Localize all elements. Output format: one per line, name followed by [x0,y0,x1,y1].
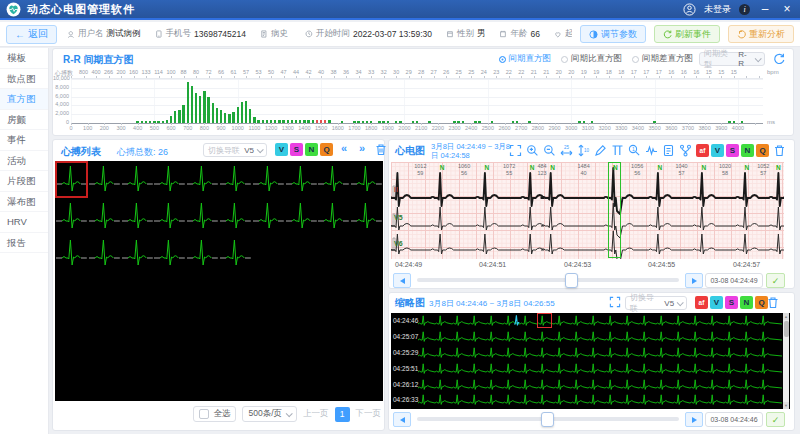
info-icon[interactable]: i [739,4,750,15]
waveform-icon[interactable] [645,144,658,157]
fullscreen-icon[interactable] [509,144,522,157]
thumbnail-row[interactable]: 04:25:51 [391,360,790,376]
prev-page-chevrons-icon[interactable]: « [341,142,347,154]
beat-template-cell[interactable] [55,235,88,272]
paper-speed-icon[interactable]: 25 [560,144,573,157]
ecg-strip[interactable]: 101259N106056N107255N484123N148440N10565… [391,162,784,259]
close-button[interactable]: × [780,2,794,16]
radio-interval-histogram[interactable]: 间期直方图 [499,53,552,65]
scroll-down-icon[interactable]: ▼ [783,402,789,409]
page-size-select[interactable]: 500条/页 [242,406,297,422]
beat-template-cell[interactable] [88,198,121,235]
beat-template-cell[interactable] [285,198,318,235]
beat-class-button-N[interactable]: N [740,296,753,309]
thumbnail-step-forward-button[interactable] [685,412,703,427]
beat-template-cell[interactable] [153,235,186,272]
ecg-step-back-button[interactable] [393,273,411,288]
login-status[interactable]: 未登录 [704,3,731,16]
thumbnail-datetime-box[interactable]: 03-08 04:24:46 [705,412,763,427]
thumbnail-strips[interactable]: 04:24:4604:25:0704:25:2904:25:5104:26:12… [391,313,790,409]
thumbnail-slider-handle[interactable] [541,412,554,427]
beat-class-button-S[interactable]: S [290,143,303,156]
beat-template-cell[interactable] [186,161,219,198]
beat-class-button-af[interactable]: af [695,296,708,309]
interval-type-select[interactable]: 间期类型 R-R [699,52,765,66]
beat-delete-trash-icon[interactable] [375,143,387,156]
beat-class-button-V[interactable]: V [710,296,723,309]
split-branch-icon[interactable] [679,144,692,157]
back-button[interactable]: ← 返回 [6,25,57,44]
beat-class-button-N[interactable]: N [305,143,318,156]
thumbnail-fullscreen-icon[interactable] [609,296,621,308]
beat-template-cell[interactable] [88,235,121,272]
next-page-button[interactable]: 下一页 [356,408,382,420]
beat-template-cell[interactable] [252,161,285,198]
next-page-chevrons-icon[interactable]: » [359,142,365,154]
beat-class-button-Q[interactable]: Q [756,144,769,157]
beat-class-button-Q[interactable]: Q [320,143,333,156]
gain-icon[interactable]: 10 [577,144,590,157]
thumbnail-row[interactable]: 04:26:12 [391,376,790,392]
beat-template-cell[interactable] [121,198,154,235]
radio-interval-diff-histogram[interactable]: 间期差直方图 [632,53,693,65]
thumbnail-confirm-button[interactable]: ✓ [766,412,785,427]
thumbnail-step-back-button[interactable] [393,412,411,427]
caliper-icon[interactable] [611,144,624,157]
sidebar-item-事件[interactable]: 事件 [0,130,48,151]
beat-template-cell[interactable] [317,161,350,198]
beat-class-button-N[interactable]: N [741,144,754,157]
current-page-button[interactable]: 1 [335,407,350,422]
ecg-step-forward-button[interactable] [685,273,703,288]
ecg-slider-handle[interactable] [565,273,578,288]
ecg-slider-track[interactable] [417,278,679,282]
sidebar-item-直方图[interactable]: 直方图 [0,89,48,110]
beat-list-lead-select[interactable]: 切换导联 V5 [203,143,267,157]
refresh-events-button[interactable]: 刷新事件 [654,25,720,43]
beat-template-cell[interactable] [88,161,121,198]
beat-template-cell[interactable] [121,235,154,272]
beat-class-button-S[interactable]: S [725,296,738,309]
histogram-plot[interactable] [71,78,763,124]
beat-template-cell[interactable] [350,198,383,235]
report-icon[interactable] [662,144,675,157]
thumbnail-row[interactable]: 04:26:33 [391,392,790,408]
beat-template-cell[interactable] [121,161,154,198]
sidebar-item-房颤[interactable]: 房颤 [0,110,48,131]
beat-template-cell[interactable] [219,161,252,198]
beat-template-cell[interactable] [252,198,285,235]
scroll-up-icon[interactable]: ▲ [783,313,789,320]
sidebar-item-瀑布图[interactable]: 瀑布图 [0,192,48,213]
select-all-checkbox[interactable]: 全选 [193,406,236,422]
scrollbar-thumb[interactable] [784,321,789,337]
sidebar-item-活动[interactable]: 活动 [0,151,48,172]
ecg-delete-trash-icon[interactable] [773,144,786,157]
radio-interval-ratio-histogram[interactable]: 间期比直方图 [561,53,622,65]
beat-class-button-af[interactable]: af [696,144,709,157]
beat-template-cell[interactable] [153,198,186,235]
adjust-params-button[interactable]: 调节参数 [580,25,646,43]
user-avatar-icon[interactable] [683,3,696,16]
beat-template-cell[interactable] [153,161,186,198]
thumbnail-row[interactable]: 04:25:29 [391,345,790,361]
ecg-datetime-box[interactable]: 03-08 04:24:49 [705,273,763,288]
thumbnail-row[interactable]: 04:24:46 [391,313,790,329]
thumbnail-scrollbar[interactable]: ▲ ▼ [783,313,789,409]
zoom-in-icon[interactable] [526,144,539,157]
histogram-refresh-icon[interactable] [773,53,785,65]
sidebar-item-片段图[interactable]: 片段图 [0,171,48,192]
edit-pencil-icon[interactable] [594,144,607,157]
sidebar-item-HRV[interactable]: HRV [0,212,48,233]
sidebar-item-报告[interactable]: 报告 [0,233,48,254]
thumbnail-row[interactable]: 04:25:07 [391,329,790,345]
beat-template-cell[interactable] [186,198,219,235]
beat-template-cell[interactable] [317,198,350,235]
sidebar-item-模板[interactable]: 模板 [0,48,48,69]
thumbnail-lead-select[interactable]: 切换导联 V5 [625,296,687,310]
beat-class-button-V[interactable]: V [711,144,724,157]
ecg-confirm-button[interactable]: ✓ [766,273,785,288]
beat-template-cell[interactable] [55,161,88,198]
beat-class-button-S[interactable]: S [726,144,739,157]
beat-template-cell[interactable] [285,161,318,198]
sidebar-item-散点图[interactable]: 散点图 [0,69,48,90]
search-beat-icon[interactable]: 1 [628,144,641,157]
